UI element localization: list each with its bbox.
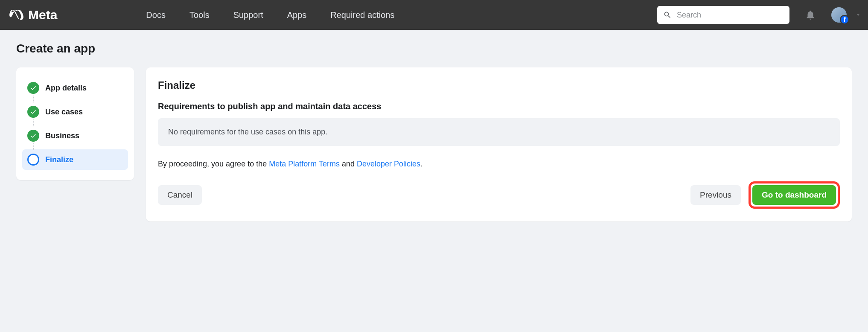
nav-docs[interactable]: Docs (146, 10, 166, 20)
step-business[interactable]: Business (22, 125, 128, 146)
account-menu[interactable]: f (831, 7, 847, 23)
step-finalize[interactable]: Finalize (22, 149, 128, 170)
facebook-badge-icon: f (840, 15, 849, 24)
steps-sidebar: App details Use cases Business Finalize (16, 67, 134, 180)
step-app-details[interactable]: App details (22, 78, 128, 98)
search-input[interactable] (677, 11, 784, 20)
notifications-icon[interactable] (805, 9, 816, 20)
step-label: App details (45, 84, 87, 93)
agree-text: By proceeding, you agree to the Meta Pla… (158, 160, 840, 169)
panel-subheading: Requirements to publish app and maintain… (158, 102, 840, 111)
step-label: Finalize (45, 155, 73, 164)
platform-terms-link[interactable]: Meta Platform Terms (269, 160, 340, 168)
primary-highlight: Go to dashboard (749, 181, 840, 209)
cancel-button[interactable]: Cancel (158, 185, 202, 205)
meta-logo[interactable]: Meta (9, 7, 57, 23)
action-row: Cancel Previous Go to dashboard (158, 181, 840, 209)
main-panel: Finalize Requirements to publish app and… (146, 67, 852, 221)
previous-button[interactable]: Previous (690, 185, 741, 205)
nav-support[interactable]: Support (233, 10, 263, 20)
step-label: Use cases (45, 108, 83, 116)
requirements-info: No requirements for the use cases on thi… (158, 118, 840, 146)
brand-text: Meta (28, 8, 57, 22)
search-icon (663, 11, 672, 19)
primary-nav: Docs Tools Support Apps Required actions (146, 10, 394, 20)
check-icon (27, 106, 39, 118)
search-box[interactable] (657, 6, 789, 24)
developer-policies-link[interactable]: Developer Policies (357, 160, 420, 168)
meta-logo-icon (9, 7, 25, 23)
step-label: Business (45, 131, 79, 140)
step-use-cases[interactable]: Use cases (22, 102, 128, 122)
panel-heading: Finalize (158, 79, 840, 91)
check-icon (27, 130, 39, 142)
nav-apps[interactable]: Apps (287, 10, 307, 20)
nav-tools[interactable]: Tools (189, 10, 210, 20)
check-icon (27, 82, 39, 94)
circle-icon (27, 154, 39, 166)
nav-required-actions[interactable]: Required actions (330, 10, 394, 20)
page-title: Create an app (16, 42, 852, 55)
top-nav: Meta Docs Tools Support Apps Required ac… (0, 0, 868, 30)
go-to-dashboard-button[interactable]: Go to dashboard (752, 185, 836, 205)
chevron-down-icon[interactable] (855, 12, 861, 18)
